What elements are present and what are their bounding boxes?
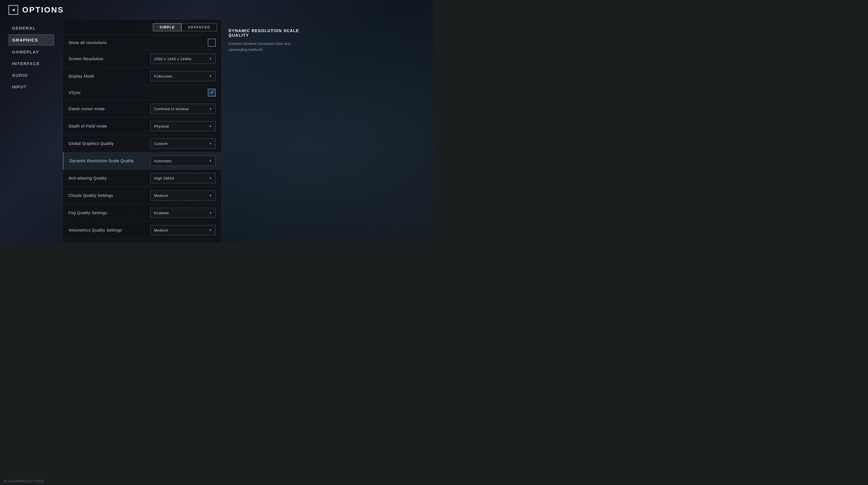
setting-label-screen-resolution: Screen Resolution — [68, 57, 150, 61]
setting-label-fog-quality-settings: Fog Quality Settings — [68, 211, 150, 215]
chevron-down-icon: ▼ — [209, 194, 212, 197]
setting-control-vsync — [208, 89, 216, 97]
chevron-down-icon: ▼ — [209, 107, 212, 110]
setting-row-dynamic-resolution-scale-quality: Dynamic Resolution Scale QualityAutomati… — [63, 152, 221, 170]
setting-row-anti-aliasing-quality: Anti-aliasing QualityHigh SMAA▼ — [63, 170, 221, 187]
dropdown-value-depth-of-field-mode: Physical — [154, 124, 169, 128]
setting-row-game-cursor-mode: Game cursor modeConfined to window▼ — [63, 100, 221, 118]
dropdown-dynamic-resolution-scale-quality[interactable]: Automatic▼ — [150, 156, 216, 166]
tab-advanced[interactable]: ADVANCED — [181, 23, 217, 31]
dropdown-value-dynamic-resolution-scale-quality: Automatic — [154, 159, 172, 163]
chevron-down-icon: ▼ — [209, 57, 212, 61]
dropdown-value-volumetrics-quality-settings: Medium — [154, 228, 168, 232]
header: ◄ OPTIONS — [0, 0, 434, 20]
dropdown-value-display-mode: Fullscreen — [154, 74, 173, 78]
settings-panel: SIMPLEADVANCED Show all resolutionsScree… — [63, 20, 434, 243]
dropdown-display-mode[interactable]: Fullscreen▼ — [150, 71, 216, 81]
dropdown-global-graphics-quality[interactable]: Custom▼ — [150, 138, 216, 149]
setting-row-ambient-occlusion-quality: Ambient Occlusion QualityMedium▼ — [63, 239, 221, 243]
setting-row-volumetrics-quality-settings: Volumetrics Quality SettingsMedium▼ — [63, 222, 221, 239]
chevron-down-icon: ▼ — [209, 229, 212, 232]
setting-label-volumetrics-quality-settings: Volumetrics Quality Settings — [68, 228, 150, 232]
setting-row-global-graphics-quality: Global Graphics QualityCustom▼ — [63, 135, 221, 152]
setting-control-fog-quality-settings: Enabled▼ — [150, 208, 216, 218]
info-description: Controls dynamic resolution rules and up… — [228, 41, 306, 53]
setting-control-display-mode: Fullscreen▼ — [150, 71, 216, 81]
sidebar-item-audio[interactable]: AUDIO — [8, 70, 54, 80]
dropdown-anti-aliasing-quality[interactable]: High SMAA▼ — [150, 173, 216, 183]
sidebar-item-general[interactable]: GENERAL — [8, 23, 54, 33]
setting-control-show-all-resolutions — [208, 39, 216, 46]
sidebar: GENERALGRAPHICSGAMEPLAYINTERFACEAUDIOINP… — [0, 20, 63, 243]
setting-control-global-graphics-quality: Custom▼ — [150, 138, 216, 149]
dropdown-screen-resolution[interactable]: 2560 x 1440 x 144Hz▼ — [150, 54, 216, 64]
dropdown-value-clouds-quality-settings: Medium — [154, 193, 168, 198]
setting-row-display-mode: Display ModeFullscreen▼ — [63, 68, 221, 85]
dropdown-game-cursor-mode[interactable]: Confined to window▼ — [150, 104, 216, 114]
settings-rows: Show all resolutionsScreen Resolution256… — [63, 35, 221, 243]
chevron-down-icon: ▼ — [209, 142, 212, 145]
setting-control-game-cursor-mode: Confined to window▼ — [150, 104, 216, 114]
setting-control-anti-aliasing-quality: High SMAA▼ — [150, 173, 216, 183]
sidebar-item-graphics[interactable]: GRAPHICS — [8, 34, 54, 45]
sidebar-item-interface[interactable]: INTERFACE — [8, 58, 54, 69]
chevron-down-icon: ▼ — [209, 177, 212, 180]
chevron-down-icon: ▼ — [209, 125, 212, 128]
tab-bar: SIMPLEADVANCED — [63, 20, 221, 35]
checkbox-vsync[interactable] — [208, 89, 216, 97]
dropdown-value-global-graphics-quality: Custom — [154, 141, 168, 146]
setting-label-clouds-quality-settings: Clouds Quality Settings — [68, 193, 150, 198]
dropdown-depth-of-field-mode[interactable]: Physical▼ — [150, 121, 216, 131]
setting-label-game-cursor-mode: Game cursor mode — [68, 106, 150, 111]
setting-control-clouds-quality-settings: Medium▼ — [150, 190, 216, 201]
tab-simple[interactable]: SIMPLE — [153, 23, 181, 31]
setting-control-volumetrics-quality-settings: Medium▼ — [150, 225, 216, 235]
setting-label-global-graphics-quality: Global Graphics Quality — [68, 141, 150, 146]
sidebar-item-input[interactable]: INPUT — [8, 82, 54, 92]
setting-label-vsync: VSync — [68, 90, 208, 95]
dropdown-fog-quality-settings[interactable]: Enabled▼ — [150, 208, 216, 218]
chevron-down-icon: ▼ — [209, 75, 212, 78]
setting-control-screen-resolution: 2560 x 1440 x 144Hz▼ — [150, 54, 216, 64]
setting-row-screen-resolution: Screen Resolution2560 x 1440 x 144Hz▼ — [63, 50, 221, 68]
setting-label-display-mode: Display Mode — [68, 74, 150, 78]
dropdown-value-game-cursor-mode: Confined to window — [154, 107, 189, 111]
setting-label-anti-aliasing-quality: Anti-aliasing Quality — [68, 176, 150, 181]
page-title: OPTIONS — [22, 5, 64, 14]
dropdown-value-anti-aliasing-quality: High SMAA — [154, 176, 175, 181]
setting-label-dynamic-resolution-scale-quality: Dynamic Resolution Scale Quality — [69, 159, 150, 163]
dropdown-clouds-quality-settings[interactable]: Medium▼ — [150, 190, 216, 201]
chevron-down-icon: ▼ — [209, 212, 212, 215]
setting-control-dynamic-resolution-scale-quality: Automatic▼ — [150, 156, 216, 166]
dropdown-value-screen-resolution: 2560 x 1440 x 144Hz — [154, 57, 192, 61]
info-panel: DYNAMIC RESOLUTION SCALE QUALITY Control… — [222, 20, 313, 243]
setting-label-show-all-resolutions: Show all resolutions — [68, 40, 208, 45]
setting-label-depth-of-field-mode: Depth of Field mode — [68, 124, 150, 128]
sidebar-item-gameplay[interactable]: GAMEPLAY — [8, 46, 54, 57]
dropdown-value-fog-quality-settings: Enabled — [154, 211, 168, 215]
setting-row-clouds-quality-settings: Clouds Quality SettingsMedium▼ — [63, 187, 221, 204]
setting-row-show-all-resolutions: Show all resolutions — [63, 35, 221, 50]
settings-content: SIMPLEADVANCED Show all resolutionsScree… — [63, 20, 222, 243]
setting-row-vsync: VSync — [63, 85, 221, 100]
setting-control-depth-of-field-mode: Physical▼ — [150, 121, 216, 131]
setting-row-fog-quality-settings: Fog Quality SettingsEnabled▼ — [63, 204, 221, 222]
checkbox-show-all-resolutions[interactable] — [208, 39, 216, 46]
setting-row-depth-of-field-mode: Depth of Field modePhysical▼ — [63, 118, 221, 135]
content-area: GENERALGRAPHICSGAMEPLAYINTERFACEAUDIOINP… — [0, 20, 434, 243]
back-button[interactable]: ◄ — [8, 5, 18, 15]
dropdown-volumetrics-quality-settings[interactable]: Medium▼ — [150, 225, 216, 235]
chevron-down-icon: ▼ — [209, 159, 212, 163]
info-title: DYNAMIC RESOLUTION SCALE QUALITY — [228, 28, 306, 37]
